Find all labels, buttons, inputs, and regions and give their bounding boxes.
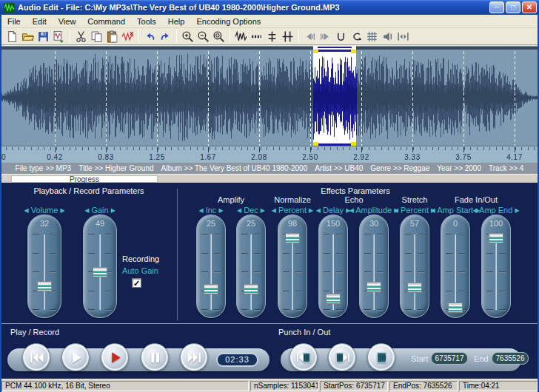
- slider-echo-delay[interactable]: 150: [318, 214, 348, 318]
- increase-arrow-icon[interactable]: ▶: [309, 207, 313, 214]
- menu-item-file[interactable]: File: [1, 16, 27, 27]
- paste-icon[interactable]: [104, 29, 120, 44]
- decrease-arrow-icon[interactable]: ◀: [237, 207, 241, 214]
- slider-track: [292, 234, 293, 310]
- menu-item-encoding-options[interactable]: Encoding Options: [190, 16, 267, 27]
- slider-tick: [377, 253, 384, 254]
- slider-thumb[interactable]: [244, 284, 258, 294]
- decrease-arrow-icon[interactable]: ◀: [472, 207, 477, 214]
- play-right-icon[interactable]: [318, 29, 333, 44]
- new-file-icon[interactable]: [4, 29, 20, 44]
- increase-arrow-icon[interactable]: ▶: [218, 207, 223, 214]
- redo-icon[interactable]: [158, 29, 173, 44]
- save-file-icon[interactable]: [36, 29, 51, 44]
- slider-tick: [241, 271, 248, 273]
- slider-gain[interactable]: 49: [83, 214, 117, 318]
- panel-divider: [177, 189, 178, 320]
- waveform-canvas[interactable]: [0, 50, 539, 146]
- slider-tick: [33, 253, 39, 254]
- record-button[interactable]: [101, 343, 129, 371]
- decrease-arrow-icon[interactable]: ◀: [349, 207, 354, 214]
- decrease-arrow-icon[interactable]: ◀: [316, 207, 321, 214]
- waveform-icon[interactable]: [233, 29, 249, 44]
- decrease-arrow-icon[interactable]: ◀: [394, 207, 398, 214]
- copy-icon[interactable]: [89, 29, 104, 44]
- slider-volume[interactable]: 32: [27, 214, 61, 318]
- slider-thumb[interactable]: [407, 283, 422, 293]
- slider-fade-amp-start[interactable]: 0: [441, 214, 470, 318]
- decrease-arrow-icon[interactable]: ◀: [24, 207, 28, 214]
- close-button[interactable]: ✕: [522, 1, 537, 13]
- punch-out-button[interactable]: [328, 343, 356, 371]
- zoom-fit-icon[interactable]: [211, 29, 227, 44]
- punch-in-button[interactable]: [289, 343, 318, 371]
- play-selection-button[interactable]: [367, 343, 395, 371]
- samples-icon[interactable]: [249, 29, 264, 44]
- slider-echo-amplitude[interactable]: 30: [359, 214, 389, 318]
- undo-icon[interactable]: [142, 29, 158, 44]
- grid-icon[interactable]: [364, 29, 380, 44]
- time-ruler[interactable]: 00.420.831.251.672.082.502.923.333.754.1…: [0, 146, 539, 163]
- zoom-in-icon[interactable]: [180, 29, 195, 44]
- menu-item-view[interactable]: View: [53, 16, 82, 27]
- center-marker-icon[interactable]: [264, 29, 280, 44]
- maximize-button[interactable]: □: [506, 1, 520, 13]
- slider-stretch-percent[interactable]: 57: [400, 214, 429, 318]
- increase-arrow-icon[interactable]: ▶: [515, 207, 519, 214]
- menu-item-help[interactable]: Help: [162, 16, 191, 27]
- increase-arrow-icon[interactable]: ▶: [261, 207, 265, 214]
- menu-item-tools[interactable]: Tools: [131, 16, 162, 27]
- auto-gain-checkbox[interactable]: ✓: [132, 278, 141, 288]
- slider-thumb[interactable]: [489, 233, 503, 243]
- selection-cap[interactable]: [313, 46, 356, 50]
- stereo-icon[interactable]: [395, 29, 411, 44]
- slider-tick: [458, 271, 465, 273]
- slider-tick: [458, 291, 465, 292]
- increase-arrow-icon[interactable]: ▶: [60, 207, 64, 214]
- loop-icon[interactable]: [333, 29, 349, 44]
- pause-button[interactable]: [141, 343, 169, 371]
- menu-item-edit[interactable]: Edit: [27, 16, 53, 27]
- rewind-button[interactable]: [22, 343, 50, 371]
- slider-tick: [33, 271, 39, 273]
- start-position-field[interactable]: 6735717: [431, 352, 468, 365]
- menu-item-command[interactable]: Command: [81, 16, 131, 27]
- markers-icon[interactable]: [280, 29, 295, 44]
- reverse-icon[interactable]: [349, 29, 364, 44]
- slider-amplify-inc[interactable]: 25: [196, 214, 226, 318]
- slider-name: Dec: [244, 206, 258, 214]
- decrease-arrow-icon[interactable]: ◀: [272, 207, 276, 214]
- decrease-arrow-icon[interactable]: ◀: [198, 207, 203, 214]
- increase-arrow-icon[interactable]: ▶: [111, 207, 116, 214]
- slider-thumb[interactable]: [37, 281, 52, 291]
- auto-gain-label: Auto Gain: [122, 266, 158, 275]
- title-bar[interactable]: Audio Edit - File: C:\My MP3s\The Very B…: [0, 0, 539, 15]
- slider-thumb[interactable]: [448, 303, 463, 313]
- file-info-bar: File type >> MP3 Title >> Higher Ground …: [0, 163, 539, 174]
- slider-thumb[interactable]: [93, 267, 107, 277]
- slider-name: Percent: [401, 206, 429, 214]
- slider-fade-amp-end[interactable]: 100: [481, 214, 511, 318]
- zoom-out-icon[interactable]: [195, 29, 211, 44]
- selection-handle-top-right[interactable]: [351, 50, 356, 53]
- decrease-arrow-icon[interactable]: ◀: [84, 207, 89, 214]
- slider-thumb[interactable]: [326, 294, 341, 304]
- slider-normalize-percent[interactable]: 98: [278, 214, 307, 318]
- convert-icon[interactable]: [51, 29, 67, 44]
- volume-icon[interactable]: [380, 29, 395, 44]
- fast-forward-button[interactable]: [180, 343, 208, 371]
- minimize-button[interactable]: ─: [489, 1, 504, 13]
- end-position-field[interactable]: 7635526: [492, 352, 529, 365]
- clear-wave-icon[interactable]: [120, 29, 135, 44]
- slider-thumb[interactable]: [366, 282, 381, 292]
- decrease-arrow-icon[interactable]: ◀: [431, 207, 435, 214]
- slider-amplify-dec[interactable]: 25: [236, 214, 266, 318]
- open-file-icon[interactable]: [20, 29, 36, 44]
- slider-thumb[interactable]: [285, 233, 300, 243]
- selection-handle-top-left[interactable]: [313, 50, 318, 53]
- slider-tick: [499, 271, 506, 273]
- play-left-icon[interactable]: [302, 29, 318, 44]
- cut-icon[interactable]: [73, 29, 89, 44]
- play-button[interactable]: [61, 343, 90, 371]
- slider-thumb[interactable]: [204, 284, 218, 294]
